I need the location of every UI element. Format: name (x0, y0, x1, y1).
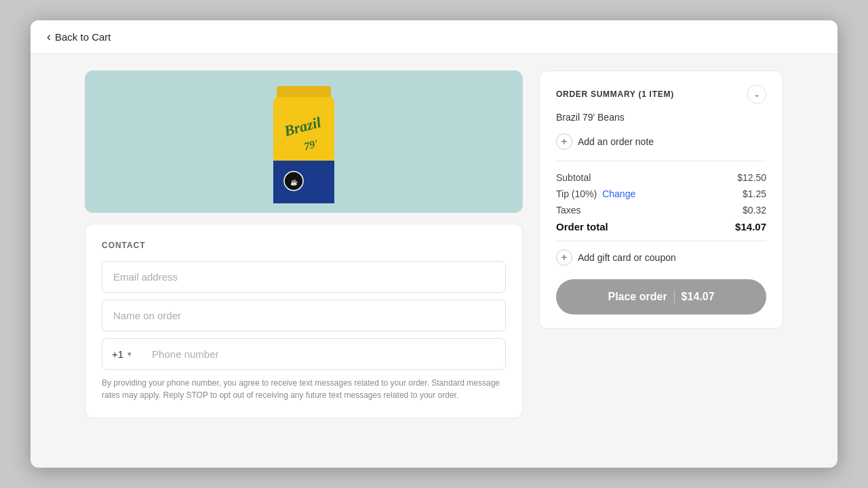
product-image-card: Brazil 79' ☕ (85, 70, 523, 213)
svg-rect-0 (277, 86, 331, 98)
back-to-cart-link[interactable]: ‹ Back to Cart (47, 30, 111, 44)
product-image: Brazil 79' ☕ (256, 81, 351, 203)
subtotal-row: Subtotal $12.50 (556, 172, 766, 183)
summary-title: ORDER SUMMARY (1 ITEM) (556, 89, 674, 99)
phone-row: +1 ▾ (102, 338, 506, 370)
add-note-plus-icon: + (556, 134, 572, 150)
order-summary-card: ORDER SUMMARY (1 ITEM) ⌄ Brazil 79' Bean… (539, 70, 783, 329)
add-gift-label: Add gift card or coupon (578, 252, 676, 263)
phone-disclaimer: By providing your phone number, you agre… (102, 377, 506, 401)
taxes-value: $0.32 (743, 205, 766, 216)
divider-1 (556, 161, 766, 161)
tip-change-link[interactable]: Change (602, 188, 635, 199)
place-order-amount: $14.07 (682, 291, 715, 303)
chevron-down-icon: ▾ (127, 350, 132, 359)
name-input[interactable] (102, 300, 506, 331)
summary-toggle-button[interactable]: ⌄ (747, 85, 766, 104)
place-order-button[interactable]: Place order $14.07 (556, 279, 766, 314)
button-divider (674, 290, 675, 304)
back-arrow-icon: ‹ (47, 30, 51, 44)
add-note-label: Add an order note (578, 136, 654, 147)
svg-rect-6 (273, 186, 334, 203)
country-code-selector[interactable]: +1 ▾ (102, 338, 141, 370)
left-column: Brazil 79' ☕ CONTACT +1 ▾ (85, 70, 523, 451)
order-total-row: Order total $14.07 (556, 221, 766, 232)
coffee-bag-svg: Brazil 79' ☕ (256, 81, 351, 209)
phone-input[interactable] (141, 338, 506, 370)
taxes-row: Taxes $0.32 (556, 205, 766, 216)
country-code-value: +1 (112, 348, 123, 360)
place-order-label: Place order (608, 291, 667, 303)
summary-header: ORDER SUMMARY (1 ITEM) ⌄ (556, 85, 766, 104)
email-input[interactable] (102, 261, 506, 293)
contact-section-title: CONTACT (102, 241, 506, 250)
subtotal-label: Subtotal (556, 172, 591, 183)
tip-row: Tip (10%) Change $1.25 (556, 188, 766, 199)
tip-label: Tip (10%) (556, 188, 597, 199)
svg-text:☕: ☕ (290, 178, 298, 186)
taxes-label: Taxes (556, 205, 581, 216)
right-column: ORDER SUMMARY (1 ITEM) ⌄ Brazil 79' Bean… (539, 70, 783, 451)
order-total-value: $14.07 (735, 221, 766, 232)
divider-2 (556, 241, 766, 241)
tip-label-group: Tip (10%) Change (556, 188, 635, 199)
add-gift-row[interactable]: + Add gift card or coupon (556, 249, 766, 266)
back-to-cart-label: Back to Cart (55, 31, 111, 43)
order-total-label: Order total (556, 221, 608, 232)
contact-card: CONTACT +1 ▾ By providing your phone num… (85, 224, 523, 418)
add-gift-plus-icon: + (556, 249, 572, 266)
add-note-row[interactable]: + Add an order note (556, 134, 766, 150)
subtotal-value: $12.50 (737, 172, 766, 183)
order-product-name: Brazil 79' Beans (556, 112, 766, 123)
tip-value: $1.25 (743, 188, 766, 199)
